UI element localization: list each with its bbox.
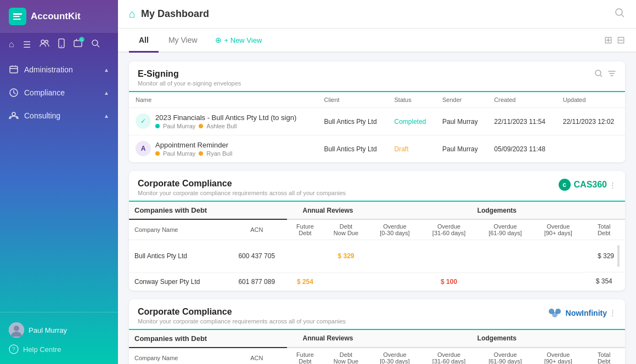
sidebar-item-label: Consulting <box>24 111 60 120</box>
sidebar-logo[interactable]: AccountKit <box>0 0 118 33</box>
col-debt-now-due: DebtNow Due <box>323 348 369 365</box>
future-debt <box>287 240 323 273</box>
doc-icon-a: A <box>136 141 151 156</box>
doc-created: 05/09/2023 11:48 <box>488 135 556 163</box>
col-company-name: Company Name <box>129 348 227 365</box>
cc-more-icon[interactable]: ⋮ <box>609 181 616 189</box>
esigning-title-group: E-Signing Monitor all of your e-signing … <box>138 69 241 87</box>
col-future-debt: FutureDebt <box>287 219 323 240</box>
esigning-title: E-Signing <box>138 69 241 79</box>
col-companies-debt: Companies with Debt <box>129 202 287 219</box>
top-header: ⌂ My Dashboard <box>118 0 636 29</box>
col-company-name: Company Name <box>129 219 227 240</box>
sidebar-item-label: Administration <box>24 65 73 74</box>
col-companies-debt: Companies with Debt <box>129 330 287 348</box>
column-view-icon[interactable]: ⊟ <box>617 34 625 46</box>
sidebar: AccountKit ⌂ ☰ G <box>0 0 118 364</box>
new-view-label: + New View <box>224 36 262 44</box>
svg-point-3 <box>41 40 44 43</box>
cc-cas-subtitle: Monitor your corporate compliance requir… <box>138 190 346 196</box>
cc-ni-widget: Corporate Compliance Monitor your corpor… <box>129 299 625 365</box>
col-total-debt: TotalDebt <box>583 348 625 365</box>
esigning-table: Name Client Status Sender Created Update… <box>129 92 625 162</box>
doc-updated <box>556 135 625 163</box>
col-overdue-31-60: Overdue[31-60 days] <box>421 219 477 240</box>
svg-text:?: ? <box>12 346 15 352</box>
sidebar-item-consulting[interactable]: Consulting ▲ <box>0 104 118 127</box>
signer-name: Paul Murray <box>163 123 195 129</box>
col-overdue-90plus: Overdue[90+ days] <box>533 348 583 365</box>
doc-client: Bull Antics Pty Ltd <box>318 108 388 135</box>
tab-new-view[interactable]: ⊕ + New View <box>207 29 270 51</box>
table-row: ✓ 2023 Financials - Bull Antics Pty Ltd … <box>129 108 625 135</box>
tab-all[interactable]: All <box>129 29 159 53</box>
sidebar-item-compliance[interactable]: Compliance ▲ <box>0 81 118 104</box>
esign-col-updated: Updated <box>556 92 625 108</box>
badge-icon[interactable]: G <box>74 39 82 50</box>
svg-point-13 <box>12 112 15 116</box>
tab-my-view[interactable]: My View <box>159 29 207 53</box>
user-name: Paul Murray <box>29 326 67 334</box>
esigning-search-icon[interactable] <box>594 69 603 80</box>
cc-ni-table: Companies with Debt Annual Reviews Lodge… <box>129 330 625 365</box>
nowinfinity-label: NowInfinity <box>566 309 607 317</box>
esigning-subtitle: Monitor all of your e-signing envelopes <box>138 80 241 87</box>
sidebar-item-administration[interactable]: Administration ▲ <box>0 58 118 81</box>
tabs-left: All My View ⊕ + New View <box>129 29 269 52</box>
svg-line-9 <box>97 45 99 47</box>
signer-dot <box>155 151 160 156</box>
search-icon[interactable] <box>91 39 100 50</box>
page-title: My Dashboard <box>141 8 209 20</box>
svg-point-24 <box>555 309 561 314</box>
doc-row-left: ✓ 2023 Financials - Bull Antics Pty Ltd … <box>136 113 311 129</box>
debt-now-due: $ 329 <box>323 240 369 273</box>
user-profile[interactable]: Paul Murray <box>9 319 109 341</box>
home-icon[interactable]: ⌂ <box>9 39 14 49</box>
cc-ni-title: Corporate Compliance <box>138 307 346 317</box>
overdue-61-90 <box>477 272 533 291</box>
sidebar-bottom: Paul Murray ? Help Centre <box>0 312 118 364</box>
svg-point-8 <box>92 40 98 46</box>
overdue-61-90 <box>477 240 533 273</box>
cc-ni-more-icon[interactable]: ⋮ <box>609 309 616 317</box>
col-overdue-0-30: Overdue[0-30 days] <box>369 219 421 240</box>
svg-point-4 <box>45 41 48 43</box>
overdue-31-60 <box>421 240 477 273</box>
col-acn: ACN <box>227 348 287 365</box>
col-annual-reviews: Annual Reviews <box>287 202 369 219</box>
help-centre-link[interactable]: ? Help Centre <box>9 341 109 357</box>
esigning-widget: E-Signing Monitor all of your e-signing … <box>129 61 625 162</box>
esigning-filter-icon[interactable] <box>607 69 616 80</box>
acn: 600 437 705 <box>227 240 287 273</box>
cc-cas-header: Corporate Compliance Monitor your corpor… <box>129 171 625 202</box>
svg-point-18 <box>616 9 622 15</box>
header-search-icon[interactable] <box>614 7 625 21</box>
overdue-31-60: $ 100 <box>421 272 477 291</box>
signer-dot <box>199 151 203 156</box>
debt-now-due <box>323 272 369 291</box>
chevron-up-icon: ▲ <box>104 113 109 119</box>
sidebar-item-label: Compliance <box>24 88 65 97</box>
table-row: Bull Antics Pty Ltd 600 437 705 $ 329 $ … <box>129 240 625 273</box>
list-icon[interactable]: ☰ <box>23 39 31 50</box>
mobile-icon[interactable] <box>58 38 65 50</box>
doc-sender: Paul Murray <box>436 108 488 135</box>
content-area: E-Signing Monitor all of your e-signing … <box>118 53 636 364</box>
future-debt: $ 254 <box>287 272 323 291</box>
cc-ni-logo-area: NowInfinity ⋮ <box>547 307 616 319</box>
doc-icon-check: ✓ <box>136 113 151 129</box>
company-name: Bull Antics Pty Ltd <box>129 240 227 273</box>
doc-sender: Paul Murray <box>436 135 488 163</box>
sidebar-nav: Administration ▲ Compliance ▲ <box>0 56 118 312</box>
svg-rect-0 <box>13 13 22 15</box>
col-lodgements: Lodgements <box>369 330 625 348</box>
doc-name: Appointment Reminder <box>155 141 232 149</box>
svg-rect-2 <box>13 19 21 20</box>
col-overdue-61-90: Overdue[61-90 days] <box>477 348 533 365</box>
overdue-0-30 <box>369 240 421 273</box>
signer-name: Paul Murray <box>163 150 195 157</box>
doc-row-left: A Appointment Reminder Paul Murray Ryan … <box>136 141 311 157</box>
grid-view-icon[interactable]: ⊞ <box>604 34 612 46</box>
cc-cas-table: Companies with Debt Annual Reviews Lodge… <box>129 202 625 291</box>
people-icon[interactable] <box>40 39 49 49</box>
